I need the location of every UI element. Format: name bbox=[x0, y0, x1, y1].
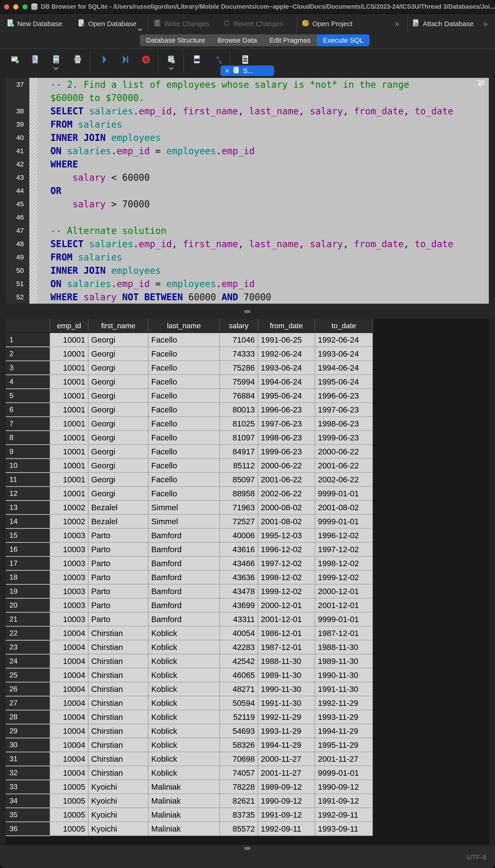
export-icon[interactable] bbox=[166, 54, 176, 65]
table-cell[interactable]: 1997-12-02 bbox=[258, 556, 315, 570]
table-cell[interactable]: 1992-09-11 bbox=[258, 822, 315, 836]
table-cell[interactable]: Kyoichi bbox=[88, 822, 148, 836]
table-cell[interactable]: Kyoichi bbox=[88, 780, 148, 794]
table-cell[interactable]: 54693 bbox=[220, 724, 258, 738]
table-cell[interactable]: 1991-09-12 bbox=[315, 794, 373, 808]
table-cell[interactable]: 50594 bbox=[220, 696, 258, 710]
table-cell[interactable]: Bamford bbox=[148, 598, 220, 612]
table-cell[interactable]: Facello bbox=[148, 403, 220, 417]
table-cell[interactable]: 10001 bbox=[50, 375, 88, 389]
row-number[interactable]: 29 bbox=[6, 724, 50, 738]
table-cell[interactable]: 10003 bbox=[50, 556, 88, 570]
tab-execute-sql[interactable]: Execute SQL bbox=[317, 34, 370, 46]
table-cell[interactable]: 1994-11-29 bbox=[258, 738, 315, 752]
toolbar-overflow-chevron[interactable]: » bbox=[395, 14, 398, 34]
table-cell[interactable]: 74057 bbox=[220, 766, 258, 780]
print-icon[interactable] bbox=[73, 54, 83, 65]
table-cell[interactable]: 2001-08-02 bbox=[258, 514, 315, 528]
table-cell[interactable]: 1986-12-01 bbox=[258, 626, 315, 640]
table-cell[interactable]: 2001-06-22 bbox=[258, 473, 315, 486]
row-number[interactable]: 15 bbox=[6, 528, 50, 542]
row-number[interactable]: 18 bbox=[6, 570, 50, 584]
table-cell[interactable]: Facello bbox=[148, 473, 220, 486]
table-cell[interactable]: 1992-06-24 bbox=[258, 347, 315, 361]
table-cell[interactable]: Bamford bbox=[148, 612, 220, 626]
row-number[interactable]: 30 bbox=[6, 738, 50, 752]
table-cell[interactable]: 40006 bbox=[220, 528, 258, 542]
table-cell[interactable]: 1990-11-30 bbox=[315, 668, 373, 682]
table-cell[interactable]: 10005 bbox=[50, 780, 88, 794]
table-cell[interactable]: 43616 bbox=[220, 542, 258, 556]
table-cell[interactable]: Kyoichi bbox=[88, 794, 148, 808]
table-cell[interactable]: 1991-11-30 bbox=[258, 696, 315, 710]
table-row[interactable]: 810001GeorgiFacello810971998-06-231999-0… bbox=[6, 430, 373, 445]
table-row[interactable]: 1610003PartoBamford436161996-12-021997-1… bbox=[6, 542, 373, 556]
row-number[interactable]: 25 bbox=[6, 668, 50, 682]
table-cell[interactable]: 1988-11-30 bbox=[315, 640, 373, 654]
table-cell[interactable]: 74333 bbox=[220, 347, 258, 361]
table-cell[interactable]: 1998-06-23 bbox=[258, 430, 315, 445]
table-cell[interactable]: 10002 bbox=[50, 514, 88, 528]
table-cell[interactable]: Chirstian bbox=[88, 682, 148, 696]
table-cell[interactable]: 2002-06-22 bbox=[315, 473, 373, 486]
table-cell[interactable]: 1996-06-23 bbox=[258, 403, 315, 417]
row-number[interactable]: 7 bbox=[6, 417, 50, 430]
table-cell[interactable]: 10001 bbox=[50, 473, 88, 486]
table-cell[interactable]: Chirstian bbox=[88, 668, 148, 682]
table-cell[interactable]: 43636 bbox=[220, 570, 258, 584]
table-cell[interactable]: 10003 bbox=[50, 598, 88, 612]
row-number[interactable]: 32 bbox=[6, 766, 50, 780]
table-cell[interactable]: 1990-11-30 bbox=[258, 682, 315, 696]
table-row[interactable]: 210001GeorgiFacello743331992-06-241993-0… bbox=[6, 347, 373, 361]
open-database-dropdown-caret[interactable] bbox=[137, 28, 142, 32]
table-row[interactable]: 910001GeorgiFacello849171999-06-232000-0… bbox=[6, 445, 373, 459]
table-cell[interactable]: 10001 bbox=[50, 389, 88, 403]
table-cell[interactable]: Maliniak bbox=[148, 808, 220, 822]
table-cell[interactable]: 43699 bbox=[220, 598, 258, 612]
table-cell[interactable]: Chirstian bbox=[88, 654, 148, 668]
table-row[interactable]: 3410005KyoichiMaliniak826211990-09-12199… bbox=[6, 794, 373, 808]
row-number[interactable]: 34 bbox=[6, 794, 50, 808]
table-row[interactable]: 3010004ChirstianKoblick583261994-11-2919… bbox=[6, 738, 373, 752]
table-row[interactable]: 1910003PartoBamford434781999-12-022000-1… bbox=[6, 584, 373, 598]
table-cell[interactable]: 75286 bbox=[220, 361, 258, 375]
table-cell[interactable]: 1988-11-30 bbox=[258, 654, 315, 668]
toolbar-overflow-chevron[interactable]: » bbox=[483, 14, 487, 34]
table-cell[interactable]: 10001 bbox=[50, 403, 88, 417]
table-cell[interactable]: 83735 bbox=[220, 808, 258, 822]
table-cell[interactable]: Koblick bbox=[148, 640, 220, 654]
table-cell[interactable]: 2000-08-02 bbox=[258, 500, 315, 514]
table-cell[interactable]: 1990-09-12 bbox=[258, 794, 315, 808]
table-cell[interactable]: 1993-11-29 bbox=[258, 724, 315, 738]
table-cell[interactable]: Parto bbox=[88, 528, 148, 542]
table-cell[interactable]: Chirstian bbox=[88, 640, 148, 654]
table-cell[interactable]: 1999-12-02 bbox=[258, 584, 315, 598]
table-cell[interactable]: 85112 bbox=[220, 459, 258, 473]
table-cell[interactable]: Georgi bbox=[88, 375, 148, 389]
table-cell[interactable]: Maliniak bbox=[148, 794, 220, 808]
table-cell[interactable]: 2002-06-22 bbox=[258, 486, 315, 500]
table-cell[interactable]: 52119 bbox=[220, 710, 258, 724]
row-number[interactable]: 16 bbox=[6, 542, 50, 556]
export-dropdown-caret[interactable] bbox=[168, 67, 174, 71]
table-cell[interactable]: Parto bbox=[88, 612, 148, 626]
table-cell[interactable]: 1993-09-11 bbox=[315, 822, 373, 836]
sql-file-tab[interactable]: × S... bbox=[220, 66, 274, 76]
table-cell[interactable]: 84917 bbox=[220, 445, 258, 459]
table-cell[interactable]: 1998-12-02 bbox=[258, 570, 315, 584]
execute-all-icon[interactable] bbox=[99, 54, 109, 65]
table-cell[interactable]: Facello bbox=[148, 389, 220, 403]
table-cell[interactable]: 2001-11-27 bbox=[315, 752, 373, 766]
row-number[interactable]: 23 bbox=[6, 640, 50, 654]
table-row[interactable]: 2110003PartoBamford433112001-12-019999-0… bbox=[6, 612, 373, 626]
table-cell[interactable]: 2001-08-02 bbox=[315, 500, 373, 514]
open-project-button[interactable]: Open Project bbox=[301, 14, 353, 34]
table-cell[interactable]: 10004 bbox=[50, 696, 88, 710]
table-cell[interactable]: 1991-11-30 bbox=[315, 682, 373, 696]
table-cell[interactable]: 71046 bbox=[220, 333, 258, 347]
table-cell[interactable]: 2000-11-27 bbox=[258, 752, 315, 766]
table-cell[interactable]: 10004 bbox=[50, 724, 88, 738]
table-cell[interactable]: 10003 bbox=[50, 542, 88, 556]
table-cell[interactable]: 10003 bbox=[50, 528, 88, 542]
stop-icon[interactable] bbox=[141, 54, 151, 65]
